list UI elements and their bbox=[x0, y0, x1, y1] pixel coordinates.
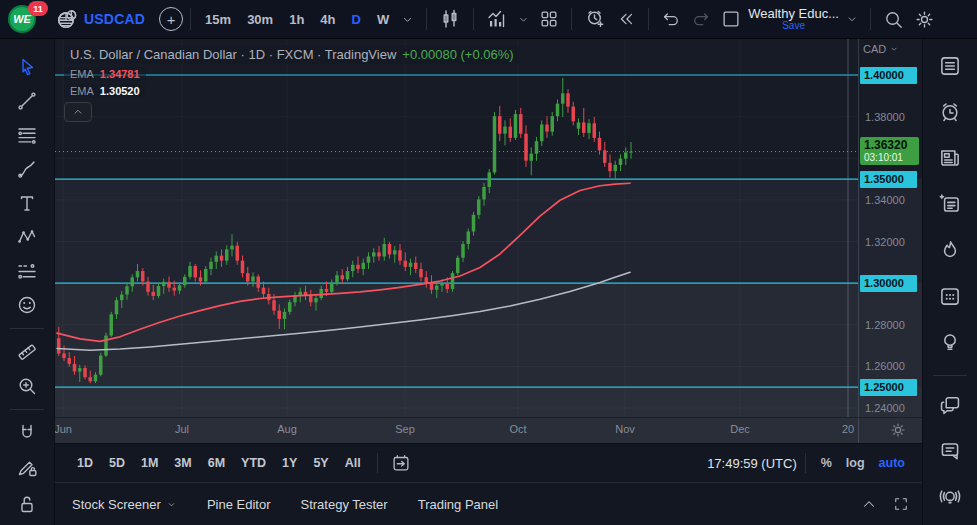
tab-label: Pine Editor bbox=[207, 497, 271, 512]
settings-gear-icon[interactable] bbox=[909, 5, 940, 34]
hotlists-button[interactable] bbox=[931, 235, 969, 265]
indicator-name: EMA bbox=[70, 85, 94, 97]
brush-tool-button[interactable] bbox=[8, 152, 46, 186]
chevron-down-icon[interactable] bbox=[513, 10, 534, 29]
indicators-icon[interactable] bbox=[481, 4, 513, 34]
go-to-date-icon[interactable] bbox=[386, 449, 416, 477]
save-label[interactable]: Save bbox=[782, 21, 805, 32]
zoom-in-tool bbox=[15, 374, 39, 398]
lock-all-tool-button[interactable] bbox=[8, 484, 46, 518]
text-notes-button[interactable] bbox=[931, 189, 969, 219]
fib-retracement-tool-button[interactable] bbox=[8, 118, 46, 152]
interval-button-30m[interactable]: 30m bbox=[240, 8, 280, 31]
scale-mode-percent[interactable]: % bbox=[814, 452, 839, 474]
interval-button-15m[interactable]: 15m bbox=[198, 8, 238, 31]
chevron-down-icon[interactable] bbox=[396, 9, 419, 30]
watchlist-button[interactable] bbox=[931, 51, 969, 81]
trend-line-tool-button[interactable] bbox=[8, 84, 46, 118]
tab-stock-screener[interactable]: Stock Screener bbox=[72, 497, 177, 512]
range-button-1d[interactable]: 1D bbox=[69, 452, 101, 474]
price-tick-label: 1.26000 bbox=[865, 359, 905, 373]
time-tick-label: Jul bbox=[175, 423, 189, 435]
ideas-button[interactable] bbox=[931, 327, 969, 357]
compare-add-button[interactable]: + bbox=[159, 7, 183, 31]
ruler-tool-button[interactable] bbox=[8, 335, 46, 369]
layout-square-icon[interactable] bbox=[716, 5, 746, 33]
layout-name-button[interactable]: Wealthy Educ... Save bbox=[748, 7, 839, 31]
time-tick-label: Nov bbox=[615, 423, 635, 435]
range-button-3m[interactable]: 3M bbox=[166, 452, 199, 474]
interval-button-w[interactable]: W bbox=[370, 8, 396, 31]
tab-pine-editor[interactable]: Pine Editor bbox=[207, 497, 271, 512]
usdcad-flag-icon bbox=[58, 10, 77, 29]
indicator-legend-row[interactable]: EMA 1.30520 bbox=[64, 84, 146, 98]
panel-expand-up-icon[interactable] bbox=[860, 495, 878, 513]
tab-label: Strategy Tester bbox=[300, 497, 387, 512]
price-axis-currency[interactable]: CAD bbox=[863, 43, 899, 55]
candlestick-style-icon[interactable] bbox=[434, 4, 466, 34]
alert-plus-icon[interactable] bbox=[579, 4, 611, 34]
scale-mode-log[interactable]: log bbox=[839, 452, 872, 474]
session-clock[interactable]: 17:49:59 (UTC) bbox=[707, 456, 797, 471]
chart-pane[interactable]: U.S. Dollar / Canadian Dollar · 1D · FXC… bbox=[55, 38, 858, 417]
panel-maximize-icon[interactable] bbox=[892, 495, 910, 513]
redo-icon[interactable] bbox=[686, 5, 716, 33]
interval-button-d[interactable]: D bbox=[345, 8, 368, 31]
range-button-all[interactable]: All bbox=[337, 452, 369, 474]
forecast-tool-button[interactable] bbox=[8, 254, 46, 288]
legend-collapse-button[interactable] bbox=[64, 102, 92, 122]
lock-all-tool bbox=[15, 489, 39, 513]
alerts-button[interactable] bbox=[931, 97, 969, 127]
range-button-1m[interactable]: 1M bbox=[133, 452, 166, 474]
range-button-5d[interactable]: 5D bbox=[101, 452, 133, 474]
indicator-legend-row[interactable]: EMA 1.34781 bbox=[64, 67, 146, 81]
news-button[interactable] bbox=[931, 143, 969, 173]
app-logo[interactable]: WE 11 bbox=[0, 0, 44, 38]
private-chat-button[interactable] bbox=[931, 436, 969, 466]
notification-badge: 11 bbox=[28, 1, 48, 16]
scale-mode-auto[interactable]: auto bbox=[872, 452, 912, 474]
text-notes-icon bbox=[937, 191, 963, 217]
chevron-down-icon[interactable] bbox=[841, 9, 863, 29]
calendar-button[interactable] bbox=[931, 281, 969, 311]
text-tool-button[interactable] bbox=[8, 186, 46, 220]
streams-icon bbox=[937, 484, 963, 510]
range-button-6m[interactable]: 6M bbox=[200, 452, 233, 474]
magnet-tool-button[interactable] bbox=[8, 416, 46, 450]
range-button-5y[interactable]: 5Y bbox=[305, 452, 336, 474]
symbol-switcher[interactable]: USDCAD bbox=[58, 10, 145, 29]
emoji-tool-button[interactable] bbox=[8, 288, 46, 322]
calendar-icon bbox=[937, 283, 963, 309]
timezone-sun-icon[interactable] bbox=[888, 420, 908, 440]
drawing-lock-tool-button[interactable] bbox=[8, 450, 46, 484]
streams-button[interactable] bbox=[931, 482, 969, 512]
replay-icon[interactable] bbox=[611, 5, 641, 33]
tab-trading-panel[interactable]: Trading Panel bbox=[418, 497, 498, 512]
interval-button-4h[interactable]: 4h bbox=[313, 8, 342, 31]
undo-icon[interactable] bbox=[656, 5, 686, 33]
time-tick-label: 20 bbox=[842, 423, 854, 435]
range-button-ytd[interactable]: YTD bbox=[233, 452, 274, 474]
symbol-legend-row[interactable]: U.S. Dollar / Canadian Dollar · 1D · FXC… bbox=[64, 45, 520, 64]
range-button-1y[interactable]: 1Y bbox=[274, 452, 305, 474]
toolbar-divider bbox=[648, 8, 649, 30]
toolbar-section-divider bbox=[10, 409, 44, 410]
level-price-label: 1.30000 bbox=[860, 275, 917, 292]
layout-grid-icon[interactable] bbox=[534, 5, 564, 33]
trend-line-tool bbox=[15, 89, 39, 113]
chats-button[interactable] bbox=[931, 390, 969, 420]
cursor-tool-button[interactable] bbox=[8, 50, 46, 84]
price-axis[interactable]: CAD 1.380001.340001.320001.280001.260001… bbox=[858, 38, 922, 417]
interval-button-1h[interactable]: 1h bbox=[282, 8, 311, 31]
zoom-in-tool-button[interactable] bbox=[8, 369, 46, 403]
time-axis[interactable]: JunJulAugSepOctNovDec20 bbox=[55, 417, 922, 443]
tab-label: Trading Panel bbox=[418, 497, 498, 512]
time-tick-label: Sep bbox=[395, 423, 415, 435]
pattern-tool-button[interactable] bbox=[8, 220, 46, 254]
time-tick-label: Jun bbox=[54, 423, 72, 435]
layout-name-text: Wealthy Educ... bbox=[748, 7, 839, 21]
tab-strategy-tester[interactable]: Strategy Tester bbox=[300, 497, 387, 512]
chart-change: +0.00080 (+0.06%) bbox=[402, 47, 513, 62]
bar-countdown: 03:10:01 bbox=[864, 152, 919, 163]
search-icon[interactable] bbox=[878, 5, 909, 34]
